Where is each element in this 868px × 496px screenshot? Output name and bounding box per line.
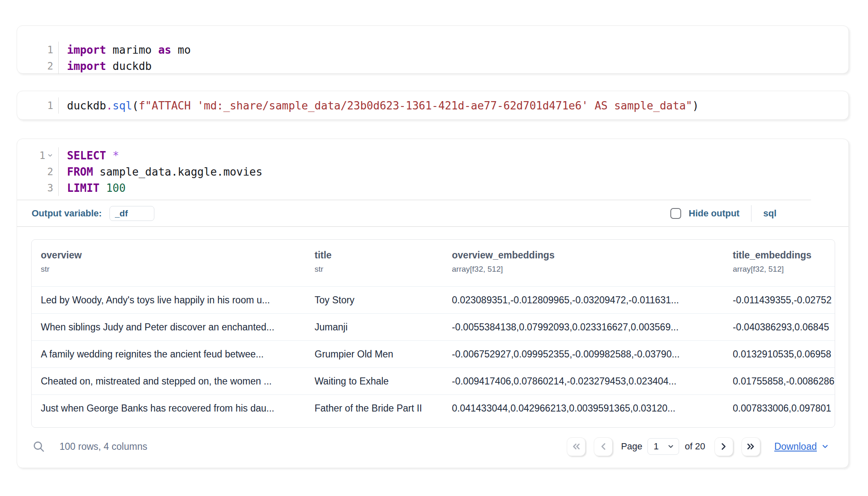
line-number: 2 xyxy=(17,58,59,74)
table-row[interactable]: When siblings Judy and Peter discover an… xyxy=(32,313,835,340)
chevron-down-icon xyxy=(821,442,829,451)
code-editor[interactable]: 1import marimo as mo2import duckdb xyxy=(17,33,848,74)
column-name: overview xyxy=(41,250,301,261)
page-count-label: of 20 xyxy=(685,441,705,452)
output-variable-label: Output variable: xyxy=(32,208,102,219)
column-type: array[f32, 512] xyxy=(733,265,831,274)
column-header[interactable]: title_embeddingsarray[f32, 512] xyxy=(724,240,835,286)
code-line[interactable]: 1import marimo as mo xyxy=(17,42,848,58)
code-text: FROM sample_data.kaggle.movies xyxy=(59,166,263,178)
search-icon[interactable] xyxy=(30,437,48,456)
line-number: 3 xyxy=(17,180,59,196)
data-table: overviewstrtitlestroverview_embeddingsar… xyxy=(31,239,835,428)
sql-cell: 1SELECT *2FROM sample_data.kaggle.movies… xyxy=(17,139,849,468)
output-variable-input[interactable] xyxy=(109,206,154,221)
chevron-right-icon xyxy=(718,441,729,452)
table-cell: Waiting to Exhale xyxy=(305,368,443,394)
column-header[interactable]: titlestr xyxy=(305,240,443,286)
chevrons-right-icon xyxy=(745,441,756,452)
table-row[interactable]: A family wedding reignites the ancient f… xyxy=(32,340,835,367)
page-select-value: 1 xyxy=(654,441,659,452)
code-line[interactable]: 3LIMIT 100 xyxy=(17,180,848,196)
page-select[interactable]: 1 xyxy=(647,438,679,455)
code-text: import duckdb xyxy=(59,60,152,72)
first-page-button[interactable] xyxy=(567,437,585,456)
code-line[interactable]: 1duckdb.sql(f"ATTACH 'md:_share/sample_d… xyxy=(17,97,848,114)
previous-page-button[interactable] xyxy=(594,437,613,456)
code-fold-chevron-icon[interactable] xyxy=(47,152,53,159)
table-cell: Led by Woody, Andy's toys live happily i… xyxy=(32,287,305,313)
download-label: Download xyxy=(774,441,817,452)
code-cell-imports[interactable]: 1import marimo as mo2import duckdb xyxy=(17,25,849,74)
table-cell: When siblings Judy and Peter discover an… xyxy=(32,314,305,340)
column-type: array[f32, 512] xyxy=(452,265,719,274)
table-cell: Toy Story xyxy=(305,287,443,313)
table-cell: Father of the Bride Part II xyxy=(305,395,443,422)
table-cell: 0.01755858,-0.0086286 xyxy=(724,368,835,394)
code-text: SELECT * xyxy=(59,149,119,162)
table-row[interactable]: Led by Woody, Andy's toys live happily i… xyxy=(32,286,835,313)
table-cell: 0.007833006,0.097801 xyxy=(724,395,835,422)
line-number: 1 xyxy=(17,147,59,164)
column-type: str xyxy=(41,265,301,274)
column-name: title xyxy=(315,250,439,261)
chevron-left-icon xyxy=(598,441,609,452)
next-page-button[interactable] xyxy=(714,437,733,456)
column-type: str xyxy=(315,265,439,274)
table-cell: Grumpier Old Men xyxy=(305,341,443,367)
chevron-down-icon xyxy=(667,443,675,450)
table-cell: A family wedding reignites the ancient f… xyxy=(32,341,305,367)
code-editor[interactable]: 1SELECT *2FROM sample_data.kaggle.movies… xyxy=(17,139,848,196)
cell-output: overviewstrtitlestroverview_embeddingsar… xyxy=(17,227,848,468)
code-text: duckdb.sql(f"ATTACH 'md:_share/sample_da… xyxy=(59,99,699,112)
hide-output-control[interactable]: Hide output xyxy=(670,208,739,219)
chevrons-left-icon xyxy=(571,441,582,452)
code-text: import marimo as mo xyxy=(59,44,191,56)
code-line[interactable]: 2import duckdb xyxy=(17,58,848,74)
table-cell: 0.0132910535,0.06958 xyxy=(724,341,835,367)
row-count-summary: 100 rows, 4 columns xyxy=(60,441,147,452)
last-page-button[interactable] xyxy=(742,437,760,456)
pagination: Page 1 of 20 xyxy=(567,437,829,456)
line-number: 1 xyxy=(17,42,59,58)
divider xyxy=(751,205,751,222)
code-line[interactable]: 1SELECT * xyxy=(17,147,848,164)
table-cell: Jumanji xyxy=(305,314,443,340)
download-button[interactable]: Download xyxy=(774,441,829,452)
column-name: title_embeddings xyxy=(733,250,831,261)
table-cell: Cheated on, mistreated and stepped on, t… xyxy=(32,368,305,394)
hide-output-checkbox[interactable] xyxy=(670,208,681,219)
code-cell-attach[interactable]: 1duckdb.sql(f"ATTACH 'md:_share/sample_d… xyxy=(17,91,849,120)
table-cell: -0.040386293,0.06845 xyxy=(724,314,835,340)
table-cell: 0.023089351,-0.012809965,-0.03209472,-0.… xyxy=(443,287,724,313)
table-cell: 0.041433044,0.042966213,0.0039591365,0.0… xyxy=(443,395,724,422)
table-cell: -0.0055384138,0.07992093,0.023316627,0.0… xyxy=(443,314,724,340)
column-header[interactable]: overviewstr xyxy=(32,240,305,286)
line-number: 1 xyxy=(17,97,59,114)
code-editor[interactable]: 1duckdb.sql(f"ATTACH 'md:_share/sample_d… xyxy=(17,97,848,114)
table-row[interactable]: Just when George Banks has recovered fro… xyxy=(32,394,835,422)
hide-output-label[interactable]: Hide output xyxy=(689,208,739,219)
table-row[interactable]: Cheated on, mistreated and stepped on, t… xyxy=(32,367,835,394)
output-variable-row: Output variable: Hide output sql xyxy=(17,200,848,226)
table-body: Led by Woody, Andy's toys live happily i… xyxy=(32,286,835,422)
table-cell: -0.009417406,0.07860214,-0.023279453,0.0… xyxy=(443,368,724,394)
table-footer: 100 rows, 4 columns Page 1 xyxy=(17,428,848,468)
page-label: Page xyxy=(621,441,642,452)
code-line[interactable]: 2FROM sample_data.kaggle.movies xyxy=(17,164,848,180)
line-number: 2 xyxy=(17,164,59,180)
table-cell: Just when George Banks has recovered fro… xyxy=(32,395,305,422)
table-cell: -0.011439355,-0.02752 xyxy=(724,287,835,313)
table-cell: -0.006752927,0.099952355,-0.009982588,-0… xyxy=(443,341,724,367)
code-text: LIMIT 100 xyxy=(59,182,126,194)
column-header[interactable]: overview_embeddingsarray[f32, 512] xyxy=(443,240,724,286)
table-header-row: overviewstrtitlestroverview_embeddingsar… xyxy=(32,240,835,286)
language-badge: sql xyxy=(763,208,776,219)
column-name: overview_embeddings xyxy=(452,250,719,261)
